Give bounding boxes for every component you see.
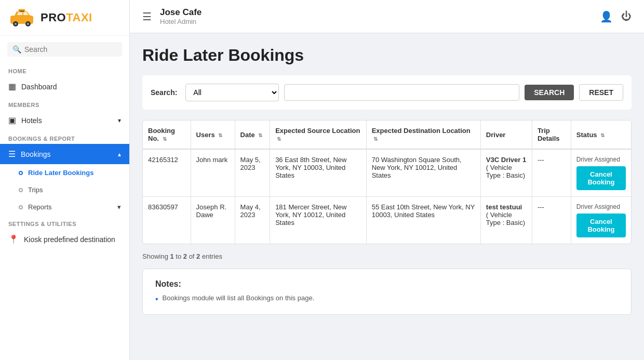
cell-destination: 70 Washington Square South, New York, NY… (366, 149, 480, 197)
svg-point-5 (27, 23, 29, 25)
pagination-text: Showing 1 to 2 of 2 entries (142, 252, 632, 260)
sidebar-subitem-label: Reports (28, 203, 52, 211)
hotels-icon: ▣ (8, 115, 16, 125)
circle-icon (19, 188, 23, 192)
sort-icon: ⇅ (373, 136, 378, 142)
kiosk-icon: 📍 (8, 234, 19, 244)
col-date[interactable]: Date ⇅ (235, 121, 270, 149)
cell-booking-no: 83630597 (143, 197, 191, 244)
cell-destination: 55 East 10th Street, New York, NY 10003,… (366, 197, 480, 244)
reset-button[interactable]: RESET (579, 84, 623, 101)
col-driver: Driver (480, 121, 532, 149)
hamburger-icon[interactable]: ☰ (142, 10, 152, 23)
main-content: ☰ Jose Cafe Hotel Admin 👤 ⏻ Ride Later B… (130, 0, 644, 360)
sidebar-item-label: Hotels (21, 116, 42, 125)
status-text: Driver Assigned (576, 203, 626, 210)
cell-driver: test testuui( Vehicle Type : Basic) (480, 197, 532, 244)
chevron-down-icon: ▾ (118, 117, 121, 124)
pagination-total: 2 (196, 252, 200, 260)
search-button[interactable]: SEARCH (525, 85, 574, 100)
notes-box: Notes: • Bookings module will list all B… (142, 269, 632, 315)
sidebar-item-reports[interactable]: Reports ▾ (0, 198, 129, 216)
cell-trip-details: --- (532, 197, 571, 244)
logo-icon: TAXI (8, 7, 36, 28)
sort-icon: ⇅ (600, 132, 605, 138)
search-box[interactable]: 🔍 (7, 42, 122, 57)
circle-icon (19, 171, 23, 175)
bullet-icon: • (155, 294, 158, 304)
section-title-home: HOME (0, 63, 129, 76)
section-title-bookings: BOOKINGS & REPORT (0, 130, 129, 144)
pagination-to: 2 (183, 252, 187, 260)
header-user-name: Jose Cafe (160, 7, 592, 18)
col-booking-no[interactable]: Booking No. ⇅ (143, 121, 191, 149)
nav-section-settings: SETTINGS & UTILITIES 📍 Kiosk predefined … (0, 216, 129, 249)
cancel-booking-button[interactable]: Cancel Booking (576, 166, 626, 190)
section-title-members: MEMBERS (0, 97, 129, 110)
bookings-table-container: Booking No. ⇅ Users ⇅ Date ⇅ Expected So… (142, 120, 632, 244)
sidebar-item-label: Bookings (21, 150, 51, 158)
search-icon: 🔍 (12, 45, 21, 54)
search-select[interactable]: All Booking No. Users Date Driver Status (185, 84, 279, 101)
col-users[interactable]: Users ⇅ (191, 121, 235, 149)
col-trip-details: Trip Details (532, 121, 571, 149)
table-row: 83630597 Joseph R. Dawe May 4, 2023 181 … (143, 197, 631, 244)
sidebar-search-input[interactable] (24, 45, 117, 54)
chevron-up-icon: ▴ (118, 151, 121, 158)
col-source[interactable]: Expected Source Location ⇅ (270, 121, 367, 149)
top-header: ☰ Jose Cafe Hotel Admin 👤 ⏻ (130, 0, 644, 33)
sidebar-item-dashboard[interactable]: ▦ Dashboard (0, 76, 129, 97)
table-row: 42165312 John mark May 5, 2023 36 East 8… (143, 149, 631, 197)
sidebar-item-kiosk[interactable]: 📍 Kiosk predefined destination (0, 229, 129, 249)
sidebar-subitem-label: Trips (28, 186, 43, 194)
nav-section-bookings: BOOKINGS & REPORT ☰ Bookings ▴ Ride Late… (0, 130, 129, 216)
sidebar-item-ride-later[interactable]: Ride Later Bookings (0, 164, 129, 181)
sort-icon: ⇅ (277, 136, 281, 142)
sort-icon: ⇅ (258, 132, 262, 138)
sidebar-item-hotels[interactable]: ▣ Hotels ▾ (0, 110, 129, 130)
sort-icon: ⇅ (163, 136, 167, 142)
cell-trip-details: --- (532, 149, 571, 197)
sort-icon: ⇅ (218, 132, 222, 138)
svg-text:TAXI: TAXI (20, 10, 24, 12)
page-title: Ride Later Bookings (142, 46, 632, 65)
power-icon-button[interactable]: ⏻ (621, 10, 632, 22)
sidebar: TAXI PROTAXI 🔍 HOME ▦ Dashboard MEMBERS … (0, 0, 130, 360)
cell-status: Driver Assigned Cancel Booking (571, 149, 631, 197)
cell-date: May 5, 2023 (235, 149, 270, 197)
cell-users: John mark (191, 149, 235, 197)
notes-title: Notes: (155, 279, 619, 289)
status-text: Driver Assigned (576, 156, 626, 163)
circle-icon (19, 205, 23, 209)
cell-source: 181 Mercer Street, New York, NY 10012, U… (270, 197, 367, 244)
dashboard-icon: ▦ (8, 82, 16, 91)
header-icons: 👤 ⏻ (600, 10, 632, 23)
cell-driver: V3C Driver 1( Vehicle Type : Basic) (480, 149, 532, 197)
notes-item: • Bookings module will list all Bookings… (155, 294, 619, 304)
cell-users: Joseph R. Dawe (191, 197, 235, 244)
cell-date: May 4, 2023 (235, 197, 270, 244)
search-row: Search: All Booking No. Users Date Drive… (142, 75, 632, 110)
logo-area: TAXI PROTAXI (0, 0, 129, 36)
sidebar-item-label: Kiosk predefined destination (24, 235, 115, 244)
pagination-from: 1 (170, 252, 173, 260)
cell-status: Driver Assigned Cancel Booking (571, 197, 631, 244)
header-title: Jose Cafe Hotel Admin (160, 7, 592, 25)
section-title-settings: SETTINGS & UTILITIES (0, 216, 129, 229)
col-destination[interactable]: Expected Destination Location ⇅ (366, 121, 480, 149)
search-label: Search: (151, 88, 177, 97)
content-area: Ride Later Bookings Search: All Booking … (130, 33, 644, 327)
header-subtitle: Hotel Admin (160, 18, 592, 25)
sidebar-item-trips[interactable]: Trips (0, 181, 129, 198)
cell-booking-no: 42165312 (143, 149, 191, 197)
table-header: Booking No. ⇅ Users ⇅ Date ⇅ Expected So… (143, 121, 631, 149)
sidebar-item-bookings[interactable]: ☰ Bookings ▴ (0, 144, 129, 164)
nav-section-home: HOME ▦ Dashboard (0, 63, 129, 97)
cancel-booking-button[interactable]: Cancel Booking (576, 214, 626, 237)
user-icon-button[interactable]: 👤 (600, 10, 613, 23)
col-status[interactable]: Status ⇅ (571, 121, 631, 149)
table-body: 42165312 John mark May 5, 2023 36 East 8… (143, 149, 631, 244)
search-input[interactable] (284, 84, 519, 101)
logo-text: PROTAXI (41, 11, 92, 24)
bookings-icon: ☰ (8, 149, 16, 159)
